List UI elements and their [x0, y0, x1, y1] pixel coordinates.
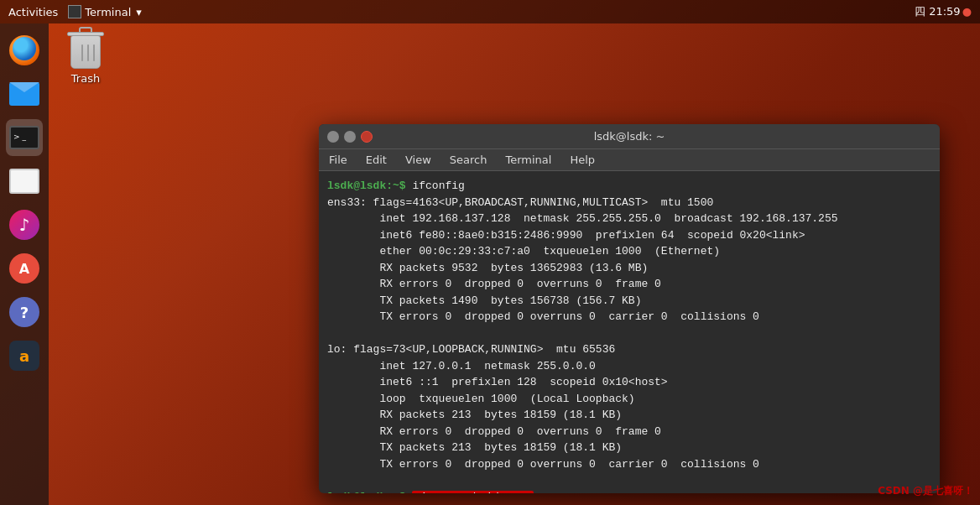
sidebar-item-mail[interactable] [6, 75, 43, 112]
ubuntu-software-icon: A [9, 253, 39, 284]
menu-view[interactable]: View [402, 152, 435, 168]
minimize-button[interactable] [327, 131, 339, 143]
sidebar-item-ubuntu-software[interactable]: A [6, 250, 43, 287]
files-icon [9, 169, 39, 194]
cmd-ping-highlight: ping www.baidu.com [412, 491, 533, 494]
trash-line [87, 44, 89, 61]
terminal-title: lsdk@lsdk: ~ [594, 130, 665, 143]
terminal-output-5: RX packets 9532 bytes 13652983 (13.6 MB) [327, 260, 931, 277]
help-icon: ? [9, 297, 39, 327]
terminal-output-13: RX packets 213 bytes 18159 (18.1 KB) [327, 407, 931, 424]
terminal-output-2: inet 192.168.137.128 netmask 255.255.255… [327, 211, 931, 227]
sidebar-item-terminal[interactable] [6, 119, 43, 156]
terminal-icon [9, 126, 39, 149]
menu-terminal[interactable]: Terminal [502, 152, 555, 168]
trash-line [93, 44, 95, 61]
dropdown-chevron: ▾ [136, 6, 142, 18]
terminal-controls [327, 131, 373, 143]
terminal-output-3: inet6 fe80::8ae0:b315:2486:9990 prefixle… [327, 227, 931, 244]
maximize-button[interactable] [344, 131, 356, 143]
cmd-ifconfig: ifconfig [412, 180, 464, 192]
terminal-app-icon [68, 5, 81, 18]
mail-icon [9, 82, 39, 106]
top-bar: Activities Terminal ▾ 四 21:59● [0, 0, 980, 23]
top-bar-clock: 四 21:59● [915, 4, 972, 19]
terminal-app-label[interactable]: Terminal ▾ [68, 5, 141, 18]
terminal-window: lsdk@lsdk: ~ File Edit View Search Termi… [319, 124, 940, 493]
trash-label: Trash [71, 72, 100, 85]
firefox-icon [9, 35, 39, 65]
terminal-output-11: inet6 ::1 prefixlen 128 scopeid 0x10<hos… [327, 374, 931, 391]
sidebar-item-music[interactable]: ♪ [6, 206, 43, 243]
terminal-blank-2 [327, 472, 931, 489]
menu-search[interactable]: Search [446, 152, 491, 168]
csdn-watermark: CSDN @是七喜呀！ [878, 484, 973, 498]
trash-lines [81, 44, 95, 61]
menu-help[interactable]: Help [566, 152, 598, 168]
sidebar-item-firefox[interactable] [6, 32, 43, 69]
amazon-icon: a [9, 341, 39, 371]
terminal-line-ping: lsdk@lsdk:~$ ping www.baidu.com [327, 489, 931, 494]
terminal-line-1: lsdk@lsdk:~$ ifconfig [327, 178, 931, 195]
top-bar-left: Activities Terminal ▾ [8, 5, 142, 18]
terminal-blank-1 [327, 325, 931, 342]
trash-desktop-icon[interactable]: Trash [65, 25, 106, 85]
terminal-output-16: TX errors 0 dropped 0 overruns 0 carrier… [327, 456, 931, 473]
terminal-output-14: RX errors 0 dropped 0 overruns 0 frame 0 [327, 424, 931, 440]
terminal-output-15: TX packets 213 bytes 18159 (18.1 KB) [327, 440, 931, 456]
terminal-output-9: lo: flags=73<UP,LOOPBACK,RUNNING> mtu 65… [327, 341, 931, 358]
sidebar-item-files[interactable] [6, 163, 43, 200]
trash-line [81, 44, 83, 61]
prompt-ping: lsdk@lsdk:~$ [327, 491, 412, 494]
sidebar: ♪ A ? a [0, 23, 49, 505]
close-button[interactable] [361, 131, 373, 143]
sidebar-item-help[interactable]: ? [6, 294, 43, 331]
terminal-output-6: RX errors 0 dropped 0 overruns 0 frame 0 [327, 276, 931, 293]
menu-file[interactable]: File [326, 152, 351, 168]
terminal-titlebar: lsdk@lsdk: ~ [319, 124, 940, 149]
prompt-1: lsdk@lsdk:~$ [327, 180, 412, 192]
notification-dot: ● [962, 5, 972, 18]
terminal-output-10: inet 127.0.0.1 netmask 255.0.0.0 [327, 358, 931, 375]
trash-icon-large [65, 25, 106, 69]
music-icon: ♪ [9, 210, 39, 240]
terminal-body[interactable]: lsdk@lsdk:~$ ifconfig ens33: flags=4163<… [319, 171, 940, 493]
terminal-output-7: TX packets 1490 bytes 156738 (156.7 KB) [327, 293, 931, 310]
terminal-output-12: loop txqueuelen 1000 (Local Loopback) [327, 391, 931, 408]
terminal-output-4: ether 00:0c:29:33:c7:a0 txqueuelen 1000 … [327, 243, 931, 260]
trash-body [70, 35, 101, 69]
sidebar-item-amazon[interactable]: a [6, 337, 43, 374]
terminal-menubar: File Edit View Search Terminal Help [319, 149, 940, 171]
activities-button[interactable]: Activities [8, 6, 58, 18]
terminal-output-8: TX errors 0 dropped 0 overruns 0 carrier… [327, 309, 931, 325]
terminal-output-1: ens33: flags=4163<UP,BROADCAST,RUNNING,M… [327, 195, 931, 211]
menu-edit[interactable]: Edit [362, 152, 390, 168]
